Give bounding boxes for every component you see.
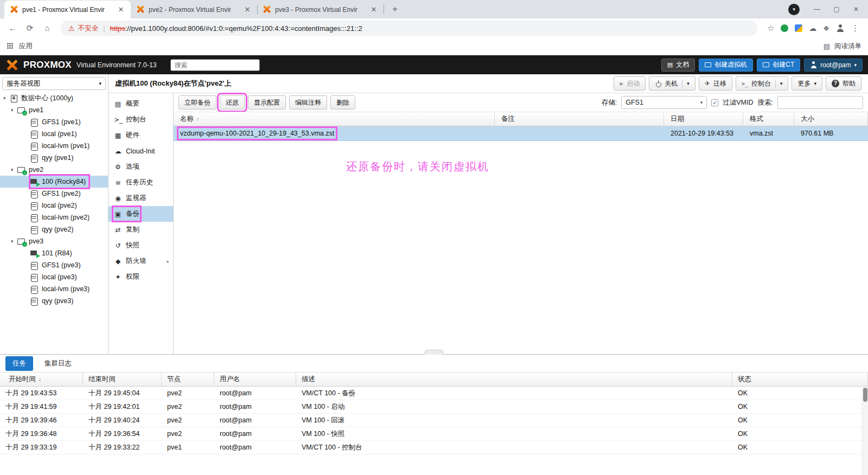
documentation-button[interactable]: ▤ 文档 bbox=[661, 59, 695, 72]
vm-menu-item[interactable]: ↺ 快照 bbox=[108, 238, 173, 253]
window-close-icon[interactable]: ✕ bbox=[846, 5, 866, 13]
browser-status-badge-icon[interactable]: ▾ bbox=[788, 4, 800, 15]
extensions-puzzle-icon[interactable]: ❖ bbox=[823, 24, 829, 33]
tree-item[interactable]: local-lvm (pve1) bbox=[0, 140, 108, 152]
column-header-status[interactable]: 状态 bbox=[732, 373, 868, 386]
vm-menu-item[interactable]: ▣ 备份 bbox=[108, 206, 173, 222]
column-header-notes[interactable]: 备注 bbox=[495, 112, 664, 126]
show-config-button[interactable]: 显示配置 bbox=[248, 95, 286, 110]
vm-menu-item[interactable]: ▦ 硬件 bbox=[108, 127, 173, 143]
tree-item[interactable]: qyy (pve2) bbox=[0, 223, 108, 235]
column-header-user[interactable]: 用户名 bbox=[214, 373, 296, 386]
edit-notes-button[interactable]: 编辑注释 bbox=[289, 95, 327, 110]
log-row[interactable]: 十月 29 19:33:19 十月 29 19:33:22 pve1 root@… bbox=[0, 441, 868, 454]
vm-menu-item[interactable]: ⚙ 选项 bbox=[108, 159, 173, 175]
back-icon[interactable]: ← bbox=[4, 21, 21, 36]
extension-green-icon[interactable] bbox=[781, 24, 788, 32]
tree-item[interactable]: local-lvm (pve2) bbox=[0, 211, 108, 223]
tab-close-icon[interactable]: ✕ bbox=[369, 5, 378, 14]
tree-item[interactable]: ▾ pve2 bbox=[0, 164, 108, 176]
new-tab-button[interactable]: + bbox=[388, 2, 402, 16]
global-search-input[interactable] bbox=[170, 59, 260, 71]
restore-button[interactable]: 还原 bbox=[220, 95, 245, 110]
column-header-node[interactable]: 节点 bbox=[162, 373, 214, 386]
log-row[interactable]: 十月 29 19:36:48 十月 29 19:36:54 pve2 root@… bbox=[0, 427, 868, 441]
browser-tab[interactable]: pve1 - Proxmox Virtual Envir ✕ bbox=[4, 1, 131, 18]
tree-item[interactable]: local (pve2) bbox=[0, 200, 108, 211]
tree-item[interactable]: ▾ 数据中心 (1000y) bbox=[0, 92, 108, 104]
tab-close-icon[interactable]: ✕ bbox=[243, 5, 252, 14]
tree-item[interactable]: qyy (pve3) bbox=[0, 295, 108, 307]
browser-tab[interactable]: pve3 - Proxmox Virtual Envir ✕ bbox=[257, 1, 384, 18]
tree-item[interactable]: local-lvm (pve3) bbox=[0, 283, 108, 295]
console-button[interactable]: >_ 控制台 ▾ bbox=[736, 76, 789, 91]
tree-item[interactable]: local (pve1) bbox=[0, 128, 108, 140]
home-icon[interactable]: ⌂ bbox=[39, 21, 55, 36]
help-button[interactable]: ? 帮助 bbox=[826, 76, 861, 91]
scrollbar-track[interactable] bbox=[862, 387, 868, 475]
tree-item[interactable]: GFS1 (pve1) bbox=[0, 116, 108, 128]
apps-shortcut[interactable]: 应用 bbox=[7, 42, 33, 51]
vm-menu-item[interactable]: >_ 控制台 bbox=[108, 112, 173, 127]
log-row[interactable]: 十月 29 19:41:59 十月 29 19:42:01 pve2 root@… bbox=[0, 400, 868, 414]
tab-cluster-log[interactable]: 集群日志 bbox=[37, 356, 79, 371]
column-header-date[interactable]: 日期 bbox=[664, 112, 743, 126]
tree-item[interactable]: GFS1 (pve3) bbox=[0, 259, 108, 271]
browser-menu-icon[interactable]: ⋮ bbox=[851, 23, 859, 33]
minimize-icon[interactable]: — bbox=[807, 5, 827, 13]
backup-search-input[interactable] bbox=[777, 96, 863, 109]
vm-menu-item[interactable]: ▤ 概要 bbox=[108, 96, 173, 112]
filter-vmid-checkbox[interactable]: ✓ bbox=[711, 99, 718, 106]
more-button[interactable]: 更多 ▾ bbox=[792, 76, 822, 91]
tree-item[interactable]: ▾ pve1 bbox=[0, 104, 108, 116]
tab-close-icon[interactable]: ✕ bbox=[117, 5, 125, 14]
column-header-end-time[interactable]: 结束时间 bbox=[83, 373, 162, 386]
vm-menu-item[interactable]: ⇄ 复制 bbox=[108, 222, 173, 238]
tab-tasks[interactable]: 任务 bbox=[5, 356, 33, 371]
scrollbar-thumb[interactable] bbox=[863, 388, 867, 402]
tree-item[interactable]: 101 (R84) bbox=[0, 247, 108, 259]
vm-menu-item[interactable]: ✦ 权限 bbox=[108, 269, 173, 285]
chevron-down-icon[interactable]: ▾ bbox=[687, 81, 690, 86]
backup-now-button[interactable]: 立即备份 bbox=[178, 95, 216, 110]
tree-expander-icon[interactable]: ▾ bbox=[11, 167, 17, 172]
create-ct-button[interactable]: 创建CT bbox=[757, 59, 800, 72]
reload-icon[interactable]: ⟳ bbox=[22, 21, 38, 36]
view-mode-select[interactable]: 服务器视图 ▾ bbox=[2, 77, 106, 90]
remove-button[interactable]: 删除 bbox=[330, 95, 355, 110]
backup-row-selected[interactable]: vzdump-qemu-100-2021_10_29-19_43_53.vma.… bbox=[174, 126, 868, 141]
tree-expander-icon[interactable]: ▾ bbox=[11, 239, 17, 244]
user-menu-button[interactable]: root@pam ▾ bbox=[804, 59, 863, 72]
vm-menu-item[interactable]: ◉ 监视器 bbox=[108, 190, 173, 206]
tree-expander-icon[interactable]: ▾ bbox=[3, 95, 10, 101]
profile-icon[interactable] bbox=[836, 24, 845, 33]
shutdown-button[interactable]: 关机 ▾ bbox=[649, 76, 695, 91]
migrate-button[interactable]: ✈ 迁移 bbox=[699, 76, 732, 91]
log-row[interactable]: 十月 29 19:43:53 十月 29 19:45:04 pve2 root@… bbox=[0, 387, 868, 400]
panel-splitter-handle[interactable] bbox=[425, 350, 443, 355]
create-vm-button[interactable]: 创建虚拟机 bbox=[699, 59, 753, 72]
extension-color-icon[interactable] bbox=[795, 24, 802, 32]
restore-icon[interactable]: ▢ bbox=[827, 5, 846, 13]
security-chip[interactable]: 不安全 bbox=[78, 24, 99, 33]
address-bar[interactable]: ⚠ 不安全 | https://pve1.1000y.cloud:8006/#v… bbox=[61, 21, 757, 36]
column-header-name[interactable]: 名称 ↑ bbox=[174, 112, 495, 126]
column-header-description[interactable]: 描述 bbox=[296, 373, 732, 386]
tree-expander-icon[interactable]: ▾ bbox=[11, 107, 17, 113]
vm-menu-item[interactable]: ☁ Cloud-Init bbox=[108, 143, 173, 159]
cloud-extension-icon[interactable]: ☁ bbox=[809, 24, 816, 33]
vm-menu-item[interactable]: ≡ 任务历史 bbox=[108, 175, 173, 190]
column-header-start-time[interactable]: 开始时间 ↓ bbox=[0, 373, 83, 386]
tree-item[interactable]: ▾ pve3 bbox=[0, 235, 108, 247]
tree-item[interactable]: qyy (pve1) bbox=[0, 152, 108, 164]
warning-icon[interactable]: ⚠ bbox=[68, 24, 75, 33]
storage-select[interactable]: GFS1 ▾ bbox=[621, 96, 707, 109]
tree-item[interactable]: local (pve3) bbox=[0, 271, 108, 283]
column-header-size[interactable]: 大小 bbox=[794, 112, 868, 126]
log-row[interactable]: 十月 29 19:39:46 十月 29 19:40:24 pve2 root@… bbox=[0, 414, 868, 427]
chevron-down-icon[interactable]: ▾ bbox=[780, 81, 783, 86]
tree-item[interactable]: 100 (Rocky84) bbox=[0, 176, 108, 188]
browser-tab[interactable]: pve2 - Proxmox Virtual Envir ✕ bbox=[131, 1, 257, 18]
column-header-format[interactable]: 格式 bbox=[743, 112, 794, 126]
tree-item[interactable]: GFS1 (pve2) bbox=[0, 188, 108, 200]
